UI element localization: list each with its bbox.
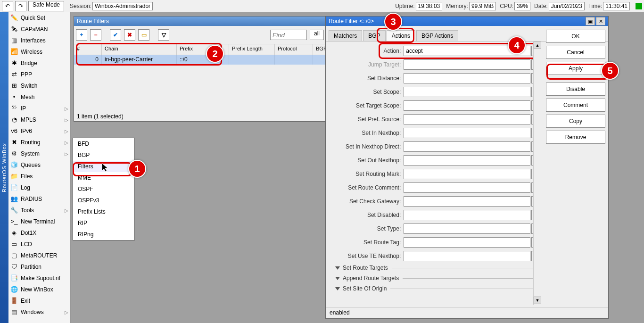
menu-item-newterminal[interactable]: >_New Terminal xyxy=(8,216,70,227)
field-input[interactable] xyxy=(404,100,530,111)
menu-icon: 🌐 xyxy=(10,286,18,293)
field-input[interactable] xyxy=(404,114,530,124)
menu-item-mesh[interactable]: •Mesh xyxy=(8,91,70,103)
restore-button[interactable]: ▣ xyxy=(586,17,595,25)
menu-item-exit[interactable]: 🚪Exit xyxy=(8,295,70,306)
add-button[interactable]: + xyxy=(76,29,87,41)
redo-button[interactable]: ↷ xyxy=(15,1,26,11)
menu-item-ipv6[interactable]: v6IPv6▷ xyxy=(8,125,70,137)
menu-item-switch[interactable]: ⊞Switch xyxy=(8,80,70,91)
menu-item-quickset[interactable]: ✏️Quick Set xyxy=(8,12,70,24)
field-input[interactable] xyxy=(404,196,530,207)
field-input[interactable] xyxy=(404,169,530,179)
close-button[interactable]: ✕ xyxy=(596,17,605,25)
submenu-item-ospf[interactable]: OSPF xyxy=(73,183,134,195)
menu-item-system[interactable]: ⚙System▷ xyxy=(8,148,70,159)
tab-bgp-actions[interactable]: BGP Actions xyxy=(416,30,458,41)
menu-label: Routing xyxy=(21,139,40,146)
menu-item-interfaces[interactable]: ▥Interfaces xyxy=(8,35,70,46)
submenu-item-bfd[interactable]: BFD xyxy=(73,138,134,149)
menu-item-makesupoutrif[interactable]: 📑Make Supout.rif xyxy=(8,273,70,284)
menu-icon: 🔧 xyxy=(10,207,18,214)
menu-item-wireless[interactable]: 📶Wireless xyxy=(8,46,70,58)
field-input[interactable] xyxy=(404,141,530,152)
menu-item-capsman[interactable]: 🛰CAPsMAN xyxy=(8,24,70,35)
menu-icon: ✖ xyxy=(10,139,18,146)
menu-item-ppp[interactable]: ⇄PPP xyxy=(8,69,70,80)
menu-item-newwinbox[interactable]: 🌐New WinBox xyxy=(8,284,70,295)
menu-item-mpls[interactable]: ◔MPLS▷ xyxy=(8,114,70,125)
menu-item-routing[interactable]: ✖Routing▷ xyxy=(8,137,70,148)
cpu-value: 39% xyxy=(514,2,530,10)
menu-item-metarouter[interactable]: ▢MetaROUTER xyxy=(8,250,70,261)
menu-icon: ✏️ xyxy=(10,14,18,22)
tab-matchers[interactable]: Matchers xyxy=(329,30,362,41)
filter-button[interactable]: ▽ xyxy=(158,29,169,41)
menu-item-lcd[interactable]: ▭LCD xyxy=(8,239,70,250)
menu-item-files[interactable]: 📁Files xyxy=(8,171,70,182)
menu-item-windows[interactable]: ▤Windows▷ xyxy=(8,306,70,318)
enable-button[interactable]: ✔ xyxy=(110,29,121,41)
scroll-down-icon[interactable]: ▼ xyxy=(534,297,541,304)
remove-button[interactable]: − xyxy=(90,29,101,41)
submenu-arrow-icon: ▷ xyxy=(65,129,68,134)
comment-button[interactable]: ▭ xyxy=(138,29,149,41)
submenu-item-rip[interactable]: RIP xyxy=(73,217,134,229)
col-protocol[interactable]: Protocol xyxy=(275,44,313,55)
disable-button[interactable]: ✖ xyxy=(124,29,135,41)
section-setroutetargets[interactable]: Set Route Targets xyxy=(326,263,540,273)
cancel-button[interactable]: Cancel xyxy=(546,46,605,59)
menu-icon: ▥ xyxy=(10,37,18,44)
field-input[interactable] xyxy=(404,155,530,166)
submenu-item-prefixlists[interactable]: Prefix Lists xyxy=(73,206,134,217)
field-input[interactable] xyxy=(404,59,530,70)
menu-item-radius[interactable]: 👥RADIUS xyxy=(8,193,70,205)
field-input[interactable] xyxy=(404,224,530,234)
submenu-item-ospfv3[interactable]: OSPFv3 xyxy=(73,195,134,206)
menu-item-queues[interactable]: 🧊Queues xyxy=(8,159,70,171)
col-bgp-as[interactable]: BGP AS F xyxy=(313,44,326,55)
cell-plen xyxy=(229,55,275,65)
section-appendroutetargets[interactable]: Append Route Targets xyxy=(326,273,540,283)
menu-item-dot1x[interactable]: ◈Dot1X xyxy=(8,227,70,239)
menu-item-tools[interactable]: 🔧Tools▷ xyxy=(8,205,70,216)
expand-icon xyxy=(335,277,340,280)
field-input[interactable] xyxy=(404,251,530,261)
field-input[interactable] xyxy=(404,87,530,97)
field-label: Set In Nexthop: xyxy=(326,130,404,136)
remove-button[interactable]: Remove xyxy=(546,131,605,144)
field-label: Set Routing Mark: xyxy=(326,171,404,177)
filter-scope-dropdown[interactable]: all xyxy=(310,30,324,40)
ok-button[interactable]: OK xyxy=(546,30,605,43)
dialog-scrollbar[interactable]: ▲ ▼ xyxy=(533,41,541,305)
comment-button[interactable]: Comment xyxy=(546,99,605,112)
menu-icon: • xyxy=(10,93,18,101)
section-setsiteoforigin[interactable]: Set Site Of Origin xyxy=(326,283,540,294)
field-label: Set Disabled: xyxy=(326,212,404,218)
safe-mode-button[interactable]: Safe Mode xyxy=(28,1,64,11)
submenu-item-ripng[interactable]: RIPng xyxy=(73,229,134,240)
disable-button[interactable]: Disable xyxy=(546,83,605,96)
menu-item-partition[interactable]: 🛡Partition xyxy=(8,261,70,273)
uptime-value: 19:38:03 xyxy=(416,2,443,10)
find-input[interactable] xyxy=(270,30,307,40)
menu-icon: v6 xyxy=(10,127,18,135)
field-input[interactable] xyxy=(404,128,530,138)
menu-item-bridge[interactable]: ✱Bridge xyxy=(8,58,70,69)
col-prefix-length[interactable]: Prefix Length xyxy=(229,44,275,55)
dialog-status: enabled xyxy=(326,307,608,318)
field-input[interactable] xyxy=(404,182,530,193)
scroll-up-icon[interactable]: ▲ xyxy=(534,41,541,49)
submenu-item-bgp[interactable]: BGP xyxy=(73,149,134,161)
field-input[interactable] xyxy=(404,237,530,248)
menu-icon: ✱ xyxy=(10,59,18,67)
section-label: Set Site Of Origin xyxy=(343,285,387,292)
menu-icon: 📑 xyxy=(10,274,18,282)
copy-button[interactable]: Copy xyxy=(546,115,605,128)
undo-button[interactable]: ↶ xyxy=(2,1,13,11)
menu-item-log[interactable]: 📄Log xyxy=(8,182,70,193)
menu-item-ip[interactable]: ⁵⁵IP▷ xyxy=(8,103,70,114)
menu-icon: ⁵⁵ xyxy=(10,105,18,112)
field-input[interactable] xyxy=(404,210,530,220)
field-input[interactable] xyxy=(404,73,530,83)
